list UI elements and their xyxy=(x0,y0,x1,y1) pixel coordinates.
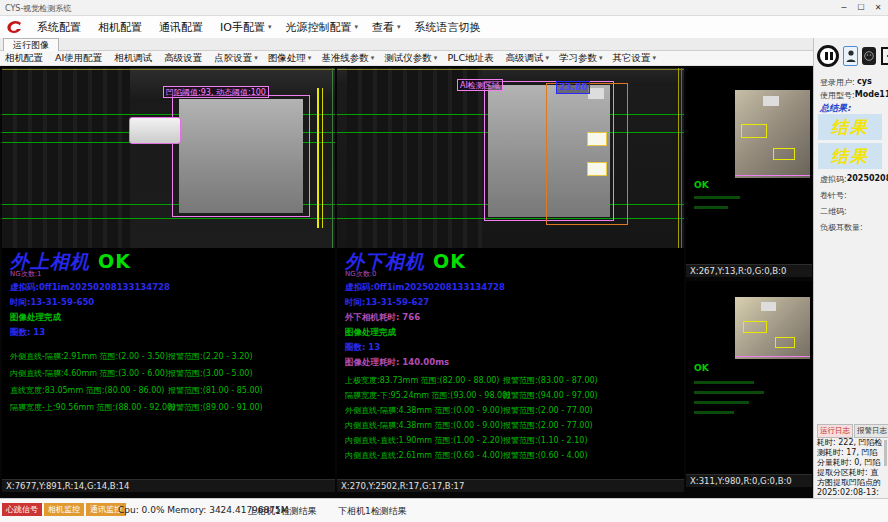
camera-view-small-top[interactable]: OK X:267,Y:13,R:0,G:0,B:0 xyxy=(686,68,812,277)
tab-alarm-log[interactable]: 报警日志 xyxy=(854,424,888,438)
maximize-button[interactable]: ☐ xyxy=(854,1,868,14)
toolbar-tester-params[interactable]: 测试仪参数▾ xyxy=(379,52,442,65)
time-line: 时间:13-31-59-627 xyxy=(345,297,682,309)
sidebar-buttons xyxy=(817,45,888,67)
menu-item-comm-config[interactable]: 通讯配置 xyxy=(152,20,213,35)
result-display-lower: 结果 xyxy=(818,143,882,169)
tab-connector-image xyxy=(129,117,181,144)
measure-row: 上极宽度:83.73mm 范围:(82.00 - 88.00)报警范围:(83.… xyxy=(345,373,682,388)
menu-item-camera-config[interactable]: 相机配置 xyxy=(91,20,152,35)
close-button[interactable]: ✕ xyxy=(871,1,885,14)
lower-camera-result-text: 下相机1检测结果 xyxy=(338,505,407,518)
model-value: Mode11 xyxy=(855,90,888,101)
user-icon xyxy=(846,49,856,63)
pixel-coords-bar: X:7677,Y:891,R:14,G:14,B:14 xyxy=(2,479,335,492)
toolbar-learning-params[interactable]: 学习参数▾ xyxy=(554,52,608,65)
menu-item-light-control-config[interactable]: 光源控制配置▾ xyxy=(278,20,365,35)
dropdown-arrow-icon: ▾ xyxy=(653,54,657,62)
login-user-value: cys xyxy=(857,77,872,88)
menu-item-io-config[interactable]: IO手配置▾ xyxy=(213,20,278,35)
login-user-row: 登录用户:cys xyxy=(820,77,886,88)
pause-button[interactable] xyxy=(817,45,839,67)
status-chips: 心跳信号 相机监控 通讯监控 xyxy=(2,503,126,516)
time-line: 时间:13-31-59-650 xyxy=(10,297,333,309)
camera-view-outer-upper[interactable]: 凹陷阈值:93, 动态阈值:100 外上相机OK NG次数:1 虚拟码:0ff1… xyxy=(2,68,335,492)
tab-run-image[interactable]: 运行图像 xyxy=(3,38,59,51)
measure-row: 外侧直线-隔膜:4.38mm 范围:(0.00 - 9.00)报警范围:(2.0… xyxy=(345,403,682,418)
measure-row: 隔膜宽度-上:90.56mm 范围:(88.00 - 92.00)报警范围:(8… xyxy=(10,399,333,416)
detect-box xyxy=(775,337,795,348)
threshold-overlay-label: 凹陷阈值:93, 动态阈值:100 xyxy=(163,86,269,98)
ok-status: OK xyxy=(694,180,709,190)
pixel-coords-bar: X:270,Y:2502,R:17,G:17,B:17 xyxy=(337,479,684,492)
measure-row: 内侧直线-直线:1.90mm 范围:(1.00 - 2.20)报警范围:(1.1… xyxy=(345,433,682,448)
login-user-button[interactable] xyxy=(843,46,858,66)
process-time-line: 图像处理耗时: 140.00ms xyxy=(345,357,682,369)
window-controls: ─ ☐ ✕ xyxy=(837,1,885,14)
camera-monitor-chip: 相机监控 xyxy=(44,503,84,516)
toolbar-image-processing[interactable]: 图像处理▾ xyxy=(263,52,317,65)
ai-roi-rectangle xyxy=(546,83,628,225)
measure-row: 外侧直线-隔膜:2.91mm 范围:(2.00 - 3.50)报警范围:(2.2… xyxy=(10,348,333,365)
measure-row: 内侧直线-隔膜:4.38mm 范围:(0.00 - 9.00)报警范围:(2.0… xyxy=(345,418,682,433)
measure-value-overlay: 23.80 xyxy=(556,81,590,94)
toolbar-camera-config[interactable]: 相机配置 xyxy=(0,52,50,65)
overlay-text-line xyxy=(694,391,764,394)
toolbar-other-settings[interactable]: 其它设置▾ xyxy=(608,52,662,65)
main-area: 凹陷阈值:93, 动态阈值:100 外上相机OK NG次数:1 虚拟码:0ff1… xyxy=(0,66,813,498)
camera-view-outer-lower[interactable]: AI检测区域 23.80 外下相机OK NG次数:0 虚拟码:0ff1im202… xyxy=(337,68,684,492)
ok-status: OK xyxy=(98,250,131,272)
measure-row: 内侧直线-直线:2.61mm 范围:(0.60 - 4.00)报警范围:(0.6… xyxy=(345,448,682,463)
menu-item-language-switch[interactable]: 系统语言切换 xyxy=(407,20,490,35)
ai-region-label: AI检测区域 xyxy=(457,79,503,91)
tab-run-log[interactable]: 运行日志 xyxy=(817,424,853,438)
app-window: CYS-视觉检测系统 ─ ☐ ✕ 系统配置 相机配置 通讯配置 IO手配置▾ 光… xyxy=(0,0,888,522)
minimize-button[interactable]: ─ xyxy=(837,1,851,14)
window-title: CYS-视觉检测系统 xyxy=(5,3,71,14)
toolbar-plc-address-table[interactable]: PLC地址表 xyxy=(442,52,500,65)
toolbar-camera-debug[interactable]: 相机调试 xyxy=(109,52,159,65)
turns-line: 圈数: 13 xyxy=(345,342,682,354)
overlay-text-line xyxy=(694,381,754,384)
dropdown-arrow-icon: ▾ xyxy=(397,23,401,31)
machine-texture xyxy=(2,68,130,248)
exit-button[interactable] xyxy=(880,46,888,66)
result-text-block: 外上相机OK NG次数:1 虚拟码:0ff1im2025020813313472… xyxy=(10,251,333,416)
result-text-block: 外下相机OK NG次数:0 虚拟码:0ff1im2025020813313472… xyxy=(345,251,682,463)
overlay-text-line xyxy=(694,401,749,404)
virtual-code-line: 虚拟码:0ff1im20250208133134728 xyxy=(345,282,682,294)
face-icon xyxy=(864,51,874,61)
roi-rectangle xyxy=(172,95,310,217)
edge-line xyxy=(337,69,684,70)
camera-image: AI检测区域 23.80 xyxy=(337,68,684,248)
toolbar: 相机配置 AI使用配置 相机调试 高级设置 点胶设置▾ 图像处理▾ 基准线参数▾… xyxy=(0,51,813,66)
detect-box xyxy=(773,148,795,160)
ok-status: OK xyxy=(433,250,466,272)
toolbar-ai-usage-config[interactable]: AI使用配置 xyxy=(50,52,109,65)
measure-rows: 上极宽度:83.73mm 范围:(82.00 - 88.00)报警范围:(83.… xyxy=(345,373,682,463)
detect-box xyxy=(741,124,767,138)
process-done-line: 图像处理完成 xyxy=(345,327,682,339)
camera-view-small-bottom[interactable]: OK X:311,Y:980,R:0,G:0,B:0 xyxy=(686,281,812,487)
tab-highlight xyxy=(587,132,607,146)
machine-texture xyxy=(347,68,482,248)
camera-result-title: 外上相机OK xyxy=(10,251,333,271)
measure-rows: 外侧直线-隔膜:2.91mm 范围:(2.00 - 3.50)报警范围:(2.2… xyxy=(10,348,333,416)
qrcode-row: 二维码: xyxy=(820,206,886,217)
toolbar-advanced-debug[interactable]: 高级调试▾ xyxy=(501,52,555,65)
toolbar-baseline-params[interactable]: 基准线参数▾ xyxy=(316,52,379,65)
menu-item-view[interactable]: 查看▾ xyxy=(365,20,408,35)
tab-highlight xyxy=(587,162,607,176)
camera-elapsed-line: 外下相机耗时: 766 xyxy=(345,312,682,324)
toolbar-dispensing-settings[interactable]: 点胶设置▾ xyxy=(209,52,263,65)
menu-item-system-config[interactable]: 系统配置 xyxy=(30,20,91,35)
dropdown-arrow-icon: ▾ xyxy=(268,23,272,31)
toolbar-advanced-settings[interactable]: 高级设置 xyxy=(159,52,209,65)
result-display-upper: 结果 xyxy=(818,114,882,140)
dropdown-arrow-icon: ▾ xyxy=(599,54,603,62)
pixel-coords-bar: X:311,Y:980,R:0,G:0,B:0 xyxy=(686,474,812,487)
edge-line-green xyxy=(681,68,682,248)
baseline-line xyxy=(2,218,335,219)
log-scrollbar[interactable] xyxy=(884,440,887,466)
user-status-button[interactable] xyxy=(862,47,876,65)
